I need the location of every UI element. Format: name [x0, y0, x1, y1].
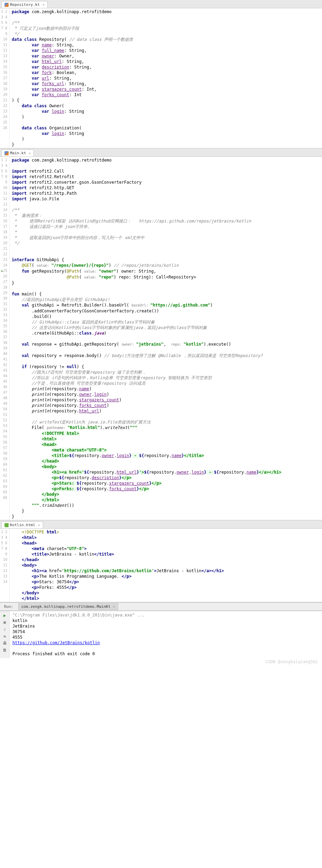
tab-bar-main: Main.kt ✕ — [0, 148, 322, 157]
close-icon[interactable]: ✕ — [42, 3, 45, 7]
editor-html[interactable]: 1 2 3 4 5 6 7 8 9 10 11 12 13 14 <!DOCTY… — [0, 529, 322, 602]
tab-bar-repo: Repository.kt ✕ — [0, 0, 322, 8]
run-gutter-icon[interactable]: ▶ — [1, 269, 3, 273]
tab-bar-html: Kotlin.html ✕ — [0, 520, 322, 529]
kotlin-file-icon — [4, 151, 9, 155]
run-label: Run: — [2, 604, 16, 610]
stop-icon[interactable]: ■ — [3, 620, 6, 625]
run-toolbar: ▶ ■ ⇩ ⇆ 🖶 🗑 — [0, 611, 10, 658]
gutter: 1 2 3 4 5 6 7 8 9 10 11 12 13 14 — [0, 529, 10, 602]
run-config-tab[interactable]: com.zengk.koltinapp.retrofitdemo.MainKt … — [18, 603, 119, 610]
output-link[interactable]: https://github.com/JetBrains/kotlin — [12, 640, 100, 645]
code-area[interactable]: <!DOCTYPE html> <html> <head> <meta char… — [10, 529, 322, 602]
code-area[interactable]: package com.zengk.koltinapp.retrofitdemo… — [10, 157, 322, 520]
editor-main[interactable]: 1 2 3 4 5 6 7 8 9 10 11 12 13 14 15 16 1… — [0, 157, 322, 520]
tab-label: Main.kt — [10, 151, 26, 155]
tab-html[interactable]: Kotlin.html ✕ — [1, 521, 43, 528]
tab-main[interactable]: Main.kt ✕ — [1, 149, 34, 156]
tab-label: Kotlin.html — [10, 523, 35, 527]
code-area[interactable]: package com.zengk.koltinapp.retrofitdemo… — [10, 8, 322, 148]
kotlin-file-icon — [4, 3, 9, 7]
run-output[interactable]: "C:\Program Files\Java\jdk1.8.0_201\bin\… — [10, 611, 322, 658]
watermark: CSDN @zengkaiqiang562 — [0, 658, 322, 666]
trash-icon[interactable]: 🗑 — [3, 648, 7, 652]
close-icon[interactable]: ✕ — [29, 151, 31, 155]
gutter: 1 2 3 4 5 6 7 8 9 10 11 12 13 14 15 16 1… — [0, 157, 10, 520]
tab-repository[interactable]: Repository.kt ✕ — [1, 1, 48, 8]
layout-icon[interactable]: ⇆ — [3, 634, 6, 639]
tab-label: Repository.kt — [10, 2, 40, 7]
run-header: Run: com.zengk.koltinapp.retrofitdemo.Ma… — [0, 602, 322, 611]
editor-repository[interactable]: 1 2 3 4 5 6 7 8 9 10 11 12 13 14 15 16 1… — [0, 8, 322, 148]
html-file-icon — [4, 523, 9, 527]
down-icon[interactable]: ⇩ — [3, 627, 6, 632]
print-icon[interactable]: 🖶 — [3, 641, 7, 646]
gutter: 1 2 3 4 5 6 7 8 9 10 11 12 13 14 15 16 1… — [0, 8, 10, 148]
rerun-icon[interactable]: ▶ — [3, 613, 6, 618]
close-icon[interactable]: ✕ — [38, 523, 40, 527]
run-panel: ▶ ■ ⇩ ⇆ 🖶 🗑 "C:\Program Files\Java\jdk1.… — [0, 611, 322, 658]
